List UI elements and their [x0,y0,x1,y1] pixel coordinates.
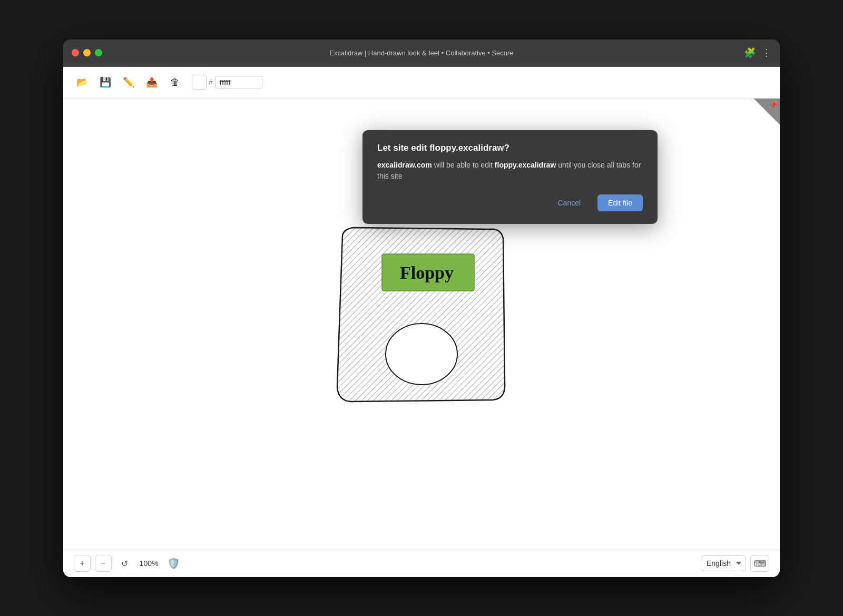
puzzle-icon[interactable]: 🧩 [744,47,756,58]
delete-button[interactable]: 🗑 [164,72,185,93]
dialog-overlay: Let site edit floppy.excalidraw? excalid… [63,99,780,550]
dialog-body: excalidraw.com will be able to edit flop… [377,160,643,182]
maximize-button[interactable] [95,49,102,56]
window-title: Excalidraw | Hand-drawn look & feel • Co… [329,49,513,57]
open-file-button[interactable]: 📂 [72,72,93,93]
language-select[interactable]: English [701,555,746,571]
export-button[interactable]: ✏️ [118,72,139,93]
minimize-button[interactable] [83,49,91,56]
zoom-reset-button[interactable]: ↺ [116,555,133,572]
browser-window: Excalidraw | Hand-drawn look & feel • Co… [63,40,780,577]
close-button[interactable] [72,49,79,56]
canvas-area[interactable]: Floppy 📌 Let site edit floppy.excalidraw… [63,99,780,550]
save-button[interactable]: 💾 [95,72,116,93]
color-picker-area: # [192,75,262,90]
more-options-icon[interactable]: ⋮ [762,47,771,58]
title-bar-actions: 🧩 ⋮ [744,47,771,58]
dialog-title: Let site edit floppy.excalidraw? [377,143,643,153]
bottom-bar: + − ↺ 100% 🛡️ English ⌨ [63,550,780,577]
traffic-lights [72,49,102,56]
shield-icon: 🛡️ [167,557,180,570]
dialog-site-name: excalidraw.com [377,161,432,169]
title-bar: Excalidraw | Hand-drawn look & feel • Co… [63,40,780,67]
share-button[interactable]: 📤 [141,72,162,93]
hash-symbol: # [209,78,213,86]
keyboard-button[interactable]: ⌨ [750,555,769,572]
zoom-in-button[interactable]: + [74,555,91,572]
bottom-right-controls: English ⌨ [701,555,769,572]
toolbar: 📂 💾 ✏️ 📤 🗑 # [63,67,780,99]
dialog-buttons: Cancel Edit file [377,194,643,211]
cancel-button[interactable]: Cancel [547,194,591,211]
zoom-out-button[interactable]: − [95,555,112,572]
permission-dialog: Let site edit floppy.excalidraw? excalid… [362,130,658,224]
dialog-body-middle: will be able to edit [432,161,495,169]
zoom-level: 100% [137,559,161,568]
color-swatch[interactable] [192,75,207,90]
dialog-filename: floppy.excalidraw [495,161,556,169]
app-content: 📂 💾 ✏️ 📤 🗑 # [63,67,780,577]
edit-file-button[interactable]: Edit file [597,194,643,211]
hex-input[interactable] [215,76,262,89]
